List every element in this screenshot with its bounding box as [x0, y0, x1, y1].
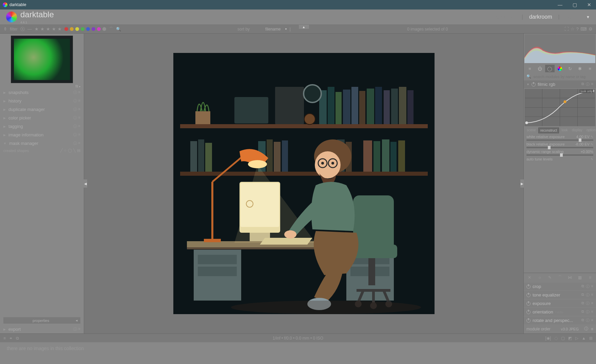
panel-export[interactable]: ▶ export ⓘ≡ [0, 325, 84, 333]
panel-duplicate-manager[interactable]: ▶duplicate managerⓘ≡ [0, 105, 84, 114]
guides-icon[interactable]: ⊞ [589, 336, 593, 341]
color-swatch[interactable] [64, 27, 68, 31]
mask-raster-icon[interactable]: ▦ [576, 274, 585, 281]
path-shape-icon[interactable]: ╲ [73, 148, 76, 153]
panel-color-picker[interactable]: ▶color pickerⓘ≡ [0, 114, 84, 122]
mask-menu-icon[interactable]: ≡ [585, 274, 595, 281]
power-icon[interactable] [526, 310, 531, 314]
image-canvas[interactable]: ▲ ◀ ▶ [84, 34, 523, 333]
filmstrip[interactable]: there are no images in this collection [0, 342, 596, 364]
reset-icon[interactable]: ⓘ [73, 124, 77, 129]
color-picker-icon[interactable]: ✎ [591, 142, 593, 146]
presets-icon[interactable]: ≡ [78, 107, 80, 112]
search-icon[interactable]: 🔍 [116, 27, 121, 32]
color-swatch[interactable] [86, 27, 90, 31]
mask-combined-icon[interactable]: ⋈ [565, 274, 575, 281]
close-button[interactable]: ✕ [585, 2, 593, 7]
reset-icon[interactable]: ⓘ [73, 327, 77, 332]
zoom-fit[interactable]: fit [75, 84, 78, 88]
history-filter-icon[interactable]: ⌒ [109, 26, 113, 32]
slider-auto-tune-levels[interactable]: auto tune levels ✎ [524, 156, 596, 162]
slider-black-relative-exposure[interactable]: black relative exposure-8.00 EV ✎ [524, 141, 596, 149]
filmic-tab-scene[interactable]: scene [525, 128, 538, 133]
reset-icon[interactable]: ⓘ [73, 132, 77, 137]
filmic-curve[interactable]: look only [524, 89, 595, 126]
reset-icon[interactable]: ⓘ [586, 284, 590, 289]
reset-icon[interactable]: ⓘ [73, 115, 77, 120]
tab-color[interactable] [555, 65, 565, 72]
reset-icon[interactable]: ⓘ [586, 318, 590, 323]
brush-shape-icon[interactable]: ╱ [60, 148, 63, 153]
properties-header[interactable]: properties ◂ [3, 317, 80, 324]
help-icon[interactable]: ? [576, 26, 579, 32]
module-search-input[interactable] [533, 75, 593, 79]
sort-field[interactable]: filename [265, 27, 281, 32]
gamut-icon[interactable]: ▲ [582, 336, 586, 341]
collapse-icon[interactable]: ⛶ [564, 26, 569, 32]
reset-icon[interactable]: ⓘ [73, 90, 77, 95]
ellipse-shape-icon[interactable]: ◯ [68, 148, 72, 153]
filmic-tab-reconstruct[interactable]: reconstruct [538, 128, 559, 133]
panel-snapshots[interactable]: ▶snapshotsⓘ≡ [0, 88, 84, 97]
module-filmic-rgb[interactable]: ▼ filmic rgb ⧉ ⓘ ≡ [524, 80, 596, 88]
view-lighttable[interactable]: lighttable [494, 14, 516, 20]
color-swatch[interactable] [81, 27, 84, 31]
filmic-tab-options[interactable]: options [585, 128, 596, 133]
reset-icon[interactable]: ⓘ [73, 141, 77, 146]
power-icon[interactable] [526, 293, 531, 297]
star-icon[interactable]: ☆ [571, 26, 575, 32]
tab-menu[interactable]: ≡ [585, 65, 595, 72]
styles-icon[interactable]: ⚭ [9, 336, 13, 341]
multi-instance-icon[interactable]: ⧉ [581, 309, 584, 314]
module-tone-equalizer[interactable]: tone equalizer⧉ⓘ≡ [524, 291, 596, 299]
clear-filter-icon[interactable]: ⓧ [20, 26, 25, 32]
presets-icon[interactable]: ≡ [78, 90, 80, 95]
histogram[interactable] [524, 34, 595, 63]
reset-icon[interactable]: ⓘ [586, 309, 590, 314]
panel-mask-manager[interactable]: ▼mask managerⓘ≡ [0, 139, 84, 148]
filter-toggle-icon[interactable]: ⚱ [3, 26, 7, 32]
color-picker-icon[interactable]: ✎ [591, 135, 593, 139]
color-swatch[interactable] [97, 27, 101, 31]
chevron-down-icon[interactable]: ▼ [586, 15, 590, 19]
presets-icon[interactable]: ≡ [591, 82, 593, 87]
presets-icon[interactable]: ≡ [78, 115, 80, 120]
reset-icon[interactable]: ⓘ [586, 292, 590, 298]
module-exposure[interactable]: exposure⧉ⓘ≡ [524, 300, 596, 307]
presets-icon[interactable]: ≡ [591, 318, 593, 323]
tab-base[interactable]: ◯ [545, 65, 555, 72]
power-icon[interactable] [526, 285, 531, 289]
gradient-shape-icon[interactable]: ▤ [77, 148, 80, 153]
multi-instance-icon[interactable]: ⧉ [581, 284, 584, 289]
multi-instance-icon[interactable]: ⧉ [581, 292, 584, 298]
power-icon[interactable] [526, 302, 531, 306]
clipping-icon[interactable]: ▷ [575, 336, 578, 341]
tab-quick-access[interactable]: ≡ [525, 65, 535, 72]
view-other[interactable]: other [566, 14, 578, 20]
module-crop[interactable]: crop⧉ⓘ≡ [524, 283, 596, 290]
panel-tagging[interactable]: ▶taggingⓘ≡ [0, 122, 84, 131]
view-darkroom[interactable]: darkroom [529, 14, 552, 20]
multi-instance-icon[interactable]: ⧉ [581, 318, 584, 323]
color-label-filter[interactable] [64, 27, 106, 31]
power-icon[interactable] [526, 319, 531, 323]
presets-icon[interactable]: ≡ [591, 284, 593, 289]
presets-icon[interactable]: ≡ [78, 327, 80, 332]
mask-uniform-icon[interactable]: ○ [535, 274, 544, 281]
display-icon[interactable]: ▢ [561, 336, 565, 341]
filmic-tab-display[interactable]: display [570, 128, 584, 133]
multi-instance-icon[interactable]: ⧉ [581, 82, 584, 87]
panel-image-information[interactable]: ▶image informationⓘ≡ [0, 131, 84, 139]
reset-icon[interactable]: ⓘ [586, 82, 590, 87]
minimize-button[interactable]: — [556, 2, 564, 7]
tab-correct[interactable]: ↻ [565, 65, 575, 72]
color-picker-icon[interactable]: ✎ [591, 157, 593, 161]
reset-icon[interactable]: ⓘ [73, 98, 77, 103]
presets-icon[interactable]: ≡ [78, 132, 80, 137]
panel-collapse-left[interactable]: ◀ [84, 179, 87, 188]
presets-icon[interactable]: ≡ [591, 309, 593, 314]
presets-icon[interactable]: ≡ [591, 292, 593, 298]
color-swatch[interactable] [70, 27, 74, 31]
mask-off-icon[interactable]: ✕ [525, 274, 534, 281]
sort-direction-icon[interactable]: | [289, 26, 290, 32]
